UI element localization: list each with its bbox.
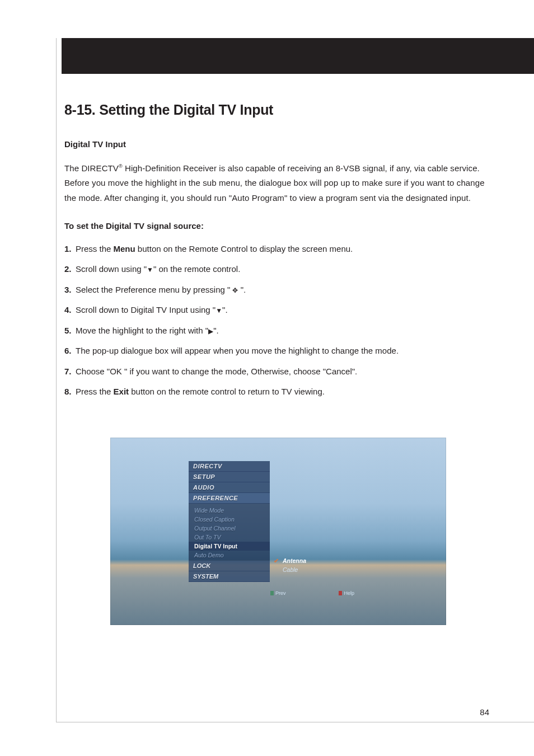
- page-bottom-rule: [56, 722, 534, 722]
- submenu-out-to-tv: Out To TV: [189, 533, 270, 542]
- page-content: 8-15. Setting the Digital TV Input Digit…: [64, 102, 492, 625]
- down-triangle-icon: ▼: [216, 306, 222, 316]
- step-4: Scroll down to Digital TV Input using "▼…: [64, 304, 492, 317]
- footer-help: Help: [339, 590, 354, 596]
- submenu-panel: Wide Mode Closed Caption Output Channel …: [189, 504, 270, 561]
- menu-lock: LOCK: [189, 561, 270, 571]
- header-bar: [62, 38, 534, 74]
- step-7: Choose "OK " if you want to change the m…: [64, 365, 492, 378]
- tv-menu-screenshot: DIRECTV SETUP AUDIO PREFERENCE Wide Mode…: [110, 438, 446, 625]
- exit-bold: Exit: [114, 387, 129, 396]
- registered-mark: ®: [119, 163, 123, 169]
- menu-audio: AUDIO: [189, 482, 270, 493]
- options-panel: Antenna Cable: [270, 556, 349, 574]
- down-triangle-icon: ▼: [147, 265, 153, 275]
- intro-paragraph: The DIRECTV® High-Definition Receiver is…: [64, 161, 492, 205]
- intro-rest: High-Definition Receiver is also capable…: [64, 163, 485, 203]
- menu-system: SYSTEM: [189, 571, 270, 582]
- lower-menu: LOCK SYSTEM: [189, 561, 270, 582]
- right-triangle-icon: ▶: [208, 326, 213, 336]
- steps-list: Press the Menu button on the Remote Cont…: [64, 243, 492, 398]
- submenu-digital-tv-input: Digital TV Input: [189, 542, 270, 551]
- submenu-wide-mode: Wide Mode: [189, 506, 270, 515]
- menu-stack: DIRECTV SETUP AUDIO PREFERENCE Wide Mode…: [189, 461, 270, 582]
- menu-setup: SETUP: [189, 472, 270, 482]
- step-3: Select the Preference menu by pressing "…: [64, 284, 492, 297]
- submenu-closed-caption: Closed Caption: [189, 515, 270, 524]
- footer-prev: Prev: [270, 590, 286, 596]
- menu-bold: Menu: [114, 244, 135, 253]
- menu-preference: PREFERENCE: [189, 493, 270, 504]
- step-2: Scroll down using "▼" on the remote cont…: [64, 263, 492, 276]
- step-6: The pop-up dialogue box will appear when…: [64, 345, 492, 358]
- menu-directv: DIRECTV: [189, 461, 270, 472]
- subheading-digital-tv-input: Digital TV Input: [64, 139, 492, 149]
- step-5: Move the highlight to the right with "▶"…: [64, 325, 492, 337]
- subheading-steps: To set the Digital TV signal source:: [64, 221, 492, 231]
- section-heading: 8-15. Setting the Digital TV Input: [64, 102, 492, 118]
- option-cable: Cable: [270, 565, 349, 574]
- screenshot-container: DIRECTV SETUP AUDIO PREFERENCE Wide Mode…: [64, 438, 492, 625]
- submenu-output-channel: Output Channel: [189, 524, 270, 533]
- nav-cross-icon: ✥: [232, 285, 238, 295]
- page-left-rule: [56, 38, 57, 722]
- step-1: Press the Menu button on the Remote Cont…: [64, 243, 492, 256]
- submenu-auto-demo: Auto Demo: [189, 551, 270, 560]
- page-number: 84: [480, 707, 489, 717]
- footer-hints: Prev Help: [270, 590, 354, 596]
- step-8: Press the Exit button on the remote cont…: [64, 386, 492, 398]
- option-antenna: Antenna: [270, 556, 349, 565]
- intro-pre: The DIRECTV: [64, 163, 119, 173]
